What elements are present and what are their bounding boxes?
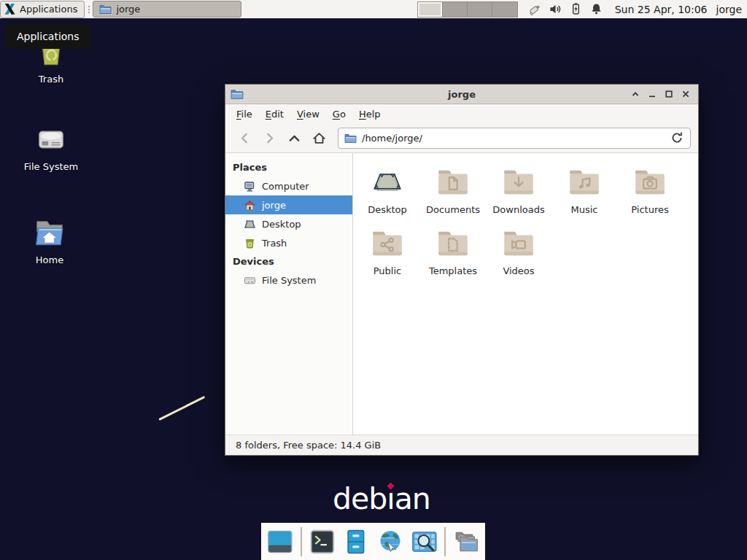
status-bar: 8 folders, Free space: 14.4 GiB — [225, 435, 698, 455]
folder-templates-icon — [435, 225, 471, 262]
applications-button-label: Applications — [20, 4, 77, 15]
sidebar-item-jorge[interactable]: jorge — [225, 195, 352, 214]
workspace-2[interactable] — [442, 2, 467, 17]
drive-icon — [32, 121, 70, 159]
folder-pictures-icon — [632, 164, 668, 201]
file-item-label: Music — [571, 204, 598, 215]
sidebar-item-computer[interactable]: Computer — [225, 176, 352, 195]
taskbar-item[interactable]: jorge — [93, 1, 241, 18]
file-item-templates[interactable]: Templates — [420, 225, 486, 276]
sidebar-item-file-system[interactable]: File System — [225, 271, 352, 289]
desktop-icon-label: File System — [24, 161, 78, 172]
dock-terminal[interactable] — [309, 528, 336, 556]
panel-handle[interactable] — [86, 2, 91, 17]
location-folder-icon — [344, 133, 357, 144]
file-item-label: Documents — [426, 204, 480, 215]
sidebar-item-desktop[interactable]: Desktop — [225, 214, 352, 233]
dock-file-manager[interactable] — [342, 528, 370, 556]
sidebar-item-label: File System — [262, 275, 316, 286]
menu-view[interactable]: View — [290, 106, 326, 122]
dock — [261, 523, 485, 560]
volume-icon[interactable] — [549, 2, 562, 16]
desktop-special-icon — [369, 164, 406, 201]
file-item-label: Downloads — [492, 204, 544, 215]
sidebar-item-label: jorge — [262, 200, 286, 211]
file-item-label: Videos — [503, 265, 534, 276]
shade-button[interactable] — [630, 88, 641, 100]
menu-go[interactable]: Go — [326, 106, 352, 122]
debian-logo-i: ı — [387, 481, 394, 516]
file-item-videos[interactable]: Videos — [486, 225, 551, 276]
minimize-button[interactable] — [646, 88, 658, 100]
toolbar: /home/jorge/ — [225, 123, 698, 153]
debian-wallpaper-logo: debıan — [333, 481, 430, 516]
forward-button[interactable] — [258, 127, 281, 149]
menu-help[interactable]: Help — [352, 106, 387, 122]
file-system-icon — [244, 274, 256, 287]
file-icon-view[interactable]: DesktopDocumentsDownloadsMusicPicturesPu… — [353, 153, 698, 435]
workspace-4[interactable] — [492, 2, 516, 17]
system-tray — [528, 2, 603, 16]
applications-button[interactable]: Applications — [0, 1, 85, 18]
applications-tooltip: Applications — [5, 24, 91, 49]
sidebar-item-trash[interactable]: Trash — [225, 233, 352, 252]
forward-icon — [262, 131, 277, 146]
menu-edit[interactable]: Edit — [259, 106, 290, 122]
folder-public-icon — [369, 225, 406, 262]
file-item-downloads[interactable]: Downloads — [486, 164, 551, 215]
network-icon[interactable] — [528, 2, 542, 16]
file-item-label: Templates — [429, 265, 477, 276]
desktop-icon-file-system[interactable]: File System — [13, 121, 89, 172]
desktop-icon — [244, 218, 256, 230]
back-button[interactable] — [233, 127, 256, 149]
folder-videos-icon — [500, 225, 537, 262]
up-button[interactable] — [282, 127, 306, 149]
workspace-3[interactable] — [467, 2, 492, 17]
file-item-pictures[interactable]: Pictures — [617, 164, 683, 215]
menu-file[interactable]: File — [230, 106, 259, 122]
sidebar-item-label: Desktop — [262, 219, 301, 230]
home-icon — [311, 131, 327, 146]
folder-downloads-icon — [500, 164, 537, 201]
jorge-icon — [244, 199, 256, 211]
file-item-desktop[interactable]: Desktop — [355, 164, 420, 215]
sidebar-item-label: Trash — [262, 238, 287, 249]
battery-icon[interactable] — [569, 2, 583, 16]
file-item-public[interactable]: Public — [355, 225, 420, 276]
status-text: 8 folders, Free space: 14.4 GiB — [236, 440, 381, 451]
location-bar[interactable]: /home/jorge/ — [338, 128, 691, 149]
window-titlebar[interactable]: jorge — [225, 85, 698, 104]
location-path: /home/jorge/ — [362, 133, 422, 144]
clock[interactable]: Sun 25 Apr, 10:06 — [615, 4, 708, 15]
up-icon — [287, 131, 302, 146]
file-item-label: Desktop — [368, 204, 407, 215]
wallpaper-line-artifact — [158, 396, 205, 421]
dock-directory-menu[interactable] — [452, 528, 480, 556]
desktop-icon-label: Home — [36, 254, 63, 265]
sidebar-item-label: Computer — [262, 181, 309, 192]
dock-separator — [301, 527, 302, 556]
window-title: jorge — [225, 89, 698, 100]
file-item-music[interactable]: Music — [551, 164, 617, 215]
taskbar-item-label: jorge — [116, 4, 140, 15]
dock-app-finder[interactable] — [411, 528, 438, 556]
user-menu[interactable]: jorge — [716, 4, 742, 15]
home-folder-icon — [31, 214, 69, 252]
close-button[interactable] — [680, 88, 692, 100]
reload-button[interactable] — [670, 131, 684, 145]
maximize-button[interactable] — [663, 88, 675, 100]
dock-show-desktop[interactable] — [266, 528, 294, 556]
workspace-1[interactable] — [418, 2, 442, 17]
desktop-icon-home[interactable]: Home — [12, 214, 88, 265]
workspace-switcher — [417, 1, 518, 18]
home-button[interactable] — [307, 127, 330, 149]
file-item-label: Pictures — [631, 204, 668, 215]
computer-icon — [244, 180, 256, 192]
trash-icon — [244, 237, 256, 249]
dock-web-browser[interactable] — [376, 528, 404, 556]
file-item-documents[interactable]: Documents — [420, 164, 486, 215]
folder-documents-icon — [435, 164, 471, 201]
sidebar: PlacesComputerjorgeDesktopTrashDevicesFi… — [225, 153, 353, 435]
sidebar-header-places: Places — [225, 158, 352, 176]
notifications-icon[interactable] — [589, 2, 603, 16]
